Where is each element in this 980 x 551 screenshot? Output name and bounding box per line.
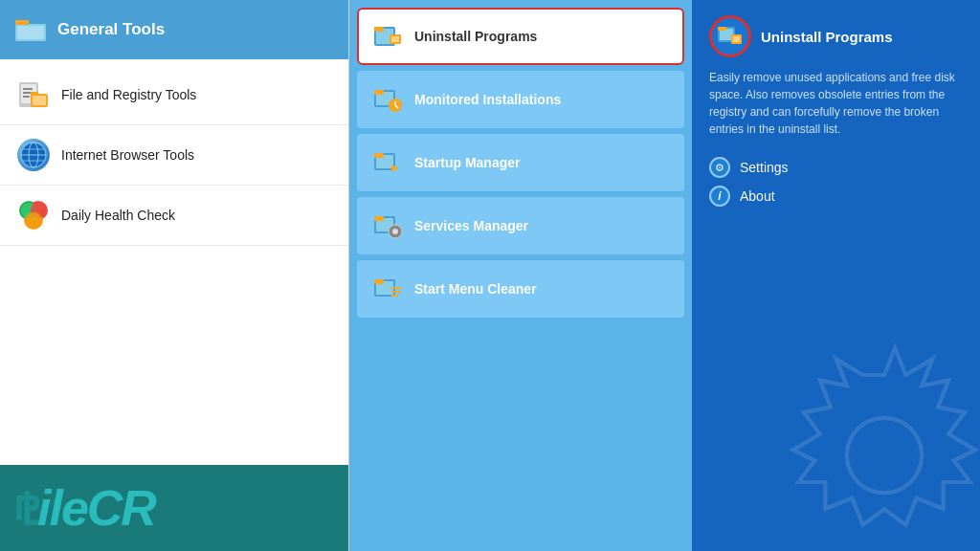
- svg-rect-8: [23, 96, 30, 98]
- svg-point-23: [26, 212, 41, 228]
- browser-label: Internet Browser Tools: [61, 147, 194, 163]
- right-title-icon-circle: [709, 15, 751, 57]
- sidebar-item-internet-browser[interactable]: Internet Browser Tools: [0, 125, 348, 186]
- sidebar-item-daily-health[interactable]: Daily Health Check: [0, 186, 348, 246]
- middle-item-startup[interactable]: Startup Manager: [357, 134, 684, 191]
- svg-rect-10: [33, 96, 46, 105]
- svg-point-55: [847, 418, 922, 493]
- right-panel: Uninstall Programs Easily remove unused …: [692, 0, 980, 551]
- watermark-area: ⅊ileCR: [0, 465, 348, 551]
- right-panel-description: Easily remove unused applications and fr…: [709, 69, 963, 138]
- services-icon: [372, 210, 403, 241]
- about-label: About: [740, 188, 775, 204]
- left-panel-header[interactable]: General Tools: [0, 0, 348, 59]
- svg-rect-46: [374, 279, 384, 284]
- monitored-icon: [372, 84, 403, 115]
- svg-rect-11: [31, 92, 38, 96]
- app-container: General Tools File and Registry Tools: [0, 0, 980, 551]
- svg-rect-3: [17, 26, 44, 39]
- svg-rect-26: [374, 27, 384, 32]
- settings-icon-circle: ⚙: [709, 157, 730, 178]
- file-registry-icon: [17, 78, 50, 111]
- watermark-logo: ⅊ileCR: [15, 479, 155, 538]
- settings-icon: ⚙: [715, 162, 724, 174]
- svg-rect-52: [718, 27, 726, 31]
- svg-rect-49: [391, 295, 398, 297]
- right-panel-title: Uninstall Programs: [761, 29, 893, 45]
- gear-watermark-icon: [750, 321, 980, 551]
- info-icon: i: [718, 189, 721, 203]
- startmenu-icon: [372, 274, 403, 304]
- startup-label: Startup Manager: [414, 155, 520, 170]
- file-registry-label: File and Registry Tools: [61, 87, 196, 102]
- left-panel: General Tools File and Registry Tools: [0, 0, 349, 551]
- middle-item-services[interactable]: Services Manager: [357, 197, 684, 254]
- svg-rect-41: [374, 216, 384, 221]
- svg-rect-54: [733, 36, 740, 42]
- uninstall-icon: [372, 21, 403, 52]
- general-tools-icon: [13, 12, 48, 47]
- svg-rect-6: [23, 88, 33, 90]
- health-icon: [17, 199, 50, 231]
- svg-rect-48: [391, 291, 401, 293]
- left-panel-title: General Tools: [57, 20, 165, 39]
- middle-item-startmenu[interactable]: Start Menu Cleaner: [357, 260, 684, 318]
- startmenu-label: Start Menu Cleaner: [414, 281, 537, 297]
- uninstall-label: Uninstall Programs: [414, 29, 537, 44]
- services-label: Services Manager: [414, 218, 528, 233]
- middle-panel: Uninstall Programs Monitored Installatio…: [349, 0, 692, 551]
- svg-rect-2: [15, 20, 29, 25]
- svg-rect-28: [391, 36, 399, 42]
- right-uninstall-icon: [717, 23, 744, 50]
- middle-item-monitored[interactable]: Monitored Installations: [357, 71, 684, 128]
- svg-rect-31: [374, 90, 384, 95]
- startup-icon: [372, 147, 403, 178]
- settings-action[interactable]: ⚙ Settings: [709, 157, 963, 178]
- settings-label: Settings: [740, 160, 789, 175]
- middle-item-uninstall[interactable]: Uninstall Programs: [357, 8, 684, 65]
- right-title-area: Uninstall Programs: [709, 15, 963, 57]
- svg-rect-47: [391, 287, 401, 289]
- svg-rect-37: [374, 153, 384, 158]
- health-label: Daily Health Check: [61, 208, 175, 223]
- about-icon-circle: i: [709, 186, 730, 207]
- sidebar-item-file-registry[interactable]: File and Registry Tools: [0, 65, 348, 125]
- browser-icon: [17, 139, 50, 171]
- monitored-label: Monitored Installations: [414, 92, 561, 107]
- about-action[interactable]: i About: [709, 186, 963, 207]
- svg-point-43: [392, 229, 398, 234]
